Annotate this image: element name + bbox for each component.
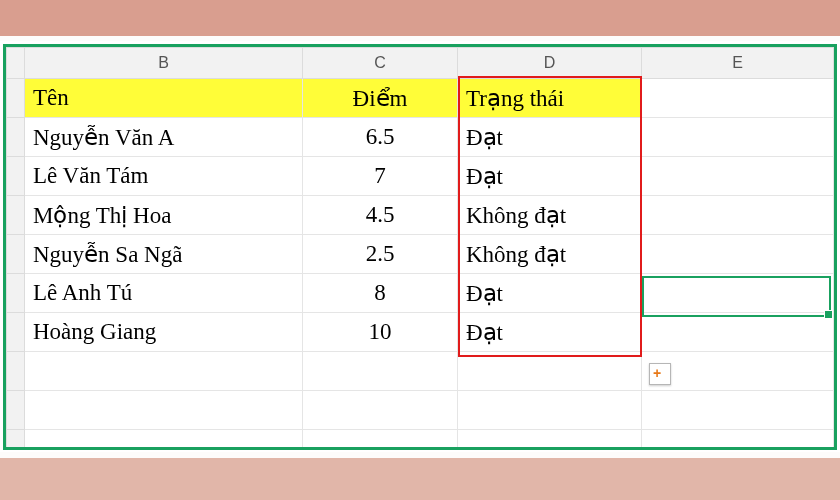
row-header[interactable]: [7, 313, 25, 352]
row-header[interactable]: [7, 274, 25, 313]
cell-status[interactable]: Đạt: [458, 313, 642, 352]
table-row: Mộng Thị Hoa 4.5 Không đạt: [7, 196, 834, 235]
row-header[interactable]: [7, 430, 25, 451]
column-header-d[interactable]: D: [458, 48, 642, 79]
column-header-e[interactable]: E: [642, 48, 834, 79]
table-header-row: Tên Điểm Trạng thái: [7, 79, 834, 118]
cell-empty[interactable]: [642, 235, 834, 274]
table-row: [7, 352, 834, 391]
decorative-band-top: [0, 0, 840, 36]
cell-empty[interactable]: [642, 313, 834, 352]
cell-empty[interactable]: [642, 430, 834, 451]
cell-empty[interactable]: [458, 391, 642, 430]
row-header[interactable]: [7, 118, 25, 157]
cell-empty[interactable]: [303, 352, 458, 391]
table-row: Nguyễn Sa Ngã 2.5 Không đạt: [7, 235, 834, 274]
header-name[interactable]: Tên: [25, 79, 303, 118]
cell-name[interactable]: Lê Anh Tú: [25, 274, 303, 313]
cell-empty[interactable]: [25, 352, 303, 391]
cell-empty[interactable]: [642, 196, 834, 235]
cell-empty[interactable]: [25, 391, 303, 430]
cell-status[interactable]: Đạt: [458, 118, 642, 157]
cell-empty[interactable]: [642, 274, 834, 313]
cell-status[interactable]: Đạt: [458, 274, 642, 313]
cell-empty[interactable]: [25, 430, 303, 451]
cell-score[interactable]: 2.5: [303, 235, 458, 274]
cell-name[interactable]: Nguyễn Sa Ngã: [25, 235, 303, 274]
cell-name[interactable]: Mộng Thị Hoa: [25, 196, 303, 235]
cell-empty[interactable]: [642, 118, 834, 157]
column-header-row: B C D E: [7, 48, 834, 79]
autofill-options-button[interactable]: [649, 363, 671, 385]
row-header[interactable]: [7, 196, 25, 235]
cell-name[interactable]: Nguyễn Văn A: [25, 118, 303, 157]
row-header[interactable]: [7, 157, 25, 196]
header-score[interactable]: Điểm: [303, 79, 458, 118]
table-row: Lê Văn Tám 7 Đạt: [7, 157, 834, 196]
column-header-c[interactable]: C: [303, 48, 458, 79]
cell-empty[interactable]: [303, 391, 458, 430]
cell-score[interactable]: 6.5: [303, 118, 458, 157]
cell-score[interactable]: 10: [303, 313, 458, 352]
row-header[interactable]: [7, 391, 25, 430]
cell-empty[interactable]: [642, 79, 834, 118]
column-header-b[interactable]: B: [25, 48, 303, 79]
cell-score[interactable]: 7: [303, 157, 458, 196]
table-row: Hoàng Giang 10 Đạt: [7, 313, 834, 352]
header-status[interactable]: Trạng thái: [458, 79, 642, 118]
cell-status[interactable]: Đạt: [458, 157, 642, 196]
cell-status[interactable]: Không đạt: [458, 196, 642, 235]
table-row: Nguyễn Văn A 6.5 Đạt: [7, 118, 834, 157]
cell-name[interactable]: Lê Văn Tám: [25, 157, 303, 196]
spreadsheet-grid[interactable]: B C D E Tên Điểm Trạng thái Nguyễn Văn A…: [6, 47, 834, 450]
row-header[interactable]: [7, 352, 25, 391]
corner-cell[interactable]: [7, 48, 25, 79]
table-row: Lê Anh Tú 8 Đạt: [7, 274, 834, 313]
decorative-band-bottom: [0, 458, 840, 500]
table-row: [7, 430, 834, 451]
cell-status[interactable]: Không đạt: [458, 235, 642, 274]
cell-empty[interactable]: [642, 391, 834, 430]
cell-empty[interactable]: [303, 430, 458, 451]
table-row: [7, 391, 834, 430]
cell-empty[interactable]: [642, 157, 834, 196]
cell-name[interactable]: Hoàng Giang: [25, 313, 303, 352]
cell-score[interactable]: 8: [303, 274, 458, 313]
cell-empty[interactable]: [458, 430, 642, 451]
cell-empty[interactable]: [458, 352, 642, 391]
cell-score[interactable]: 4.5: [303, 196, 458, 235]
spreadsheet-viewport[interactable]: B C D E Tên Điểm Trạng thái Nguyễn Văn A…: [3, 44, 837, 450]
screenshot-frame: B C D E Tên Điểm Trạng thái Nguyễn Văn A…: [0, 0, 840, 500]
row-header[interactable]: [7, 235, 25, 274]
row-header[interactable]: [7, 79, 25, 118]
